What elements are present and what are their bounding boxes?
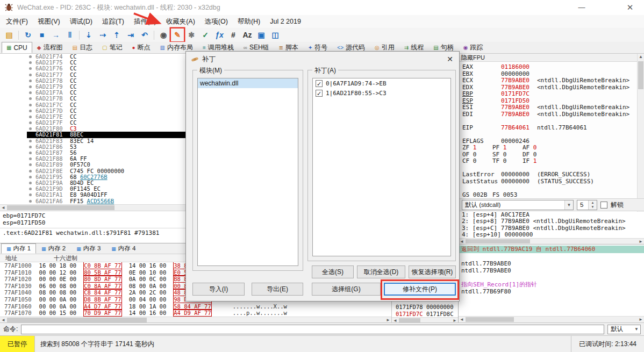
scrollbar-thumb[interactable] xyxy=(466,239,530,243)
open-file-icon[interactable]: ▤ xyxy=(3,28,16,41)
window-minimize-button[interactable]: — xyxy=(573,0,590,15)
menu-item[interactable]: 追踪(T) xyxy=(97,16,129,28)
breakpoint-dot[interactable] xyxy=(29,182,32,184)
breakpoint-dot[interactable] xyxy=(29,55,32,58)
hide-fpu-button[interactable]: 隐藏FPU xyxy=(459,54,644,62)
fx-icon[interactable]: ƒx xyxy=(213,28,226,41)
register-row[interactable]: LastStatus00000000(STATUS_SUCCESS) xyxy=(462,178,635,185)
menu-item[interactable]: 选项(O) xyxy=(200,16,233,28)
menu-item[interactable]: 视图(V) xyxy=(33,16,65,28)
checkbox-icon[interactable]: ✓ xyxy=(316,90,323,97)
register-row[interactable]: CF 0TF 0IF 1 xyxy=(462,158,635,165)
step-into-icon[interactable]: ⇣ xyxy=(82,28,95,41)
breakpoint-dot[interactable] xyxy=(29,157,32,160)
register-row[interactable]: EDI77B9ABE0<ntdll.DbgUiRemoteBreakin> xyxy=(462,111,635,118)
step-out-icon[interactable]: ⇡ xyxy=(110,28,123,41)
dump-row[interactable]: 77AF107000 00 15 0070 D9 AF 7714 00 16 0… xyxy=(0,310,391,317)
breakpoint-dot[interactable] xyxy=(29,97,32,100)
tab-trace[interactable]: ◉跟踪 xyxy=(459,42,488,53)
scroll-right-icon[interactable]: ► xyxy=(638,239,644,244)
menu-item[interactable]: 调试(D) xyxy=(65,16,97,28)
dialog-close-icon[interactable]: ✕ xyxy=(442,53,458,66)
breakpoint-dot[interactable] xyxy=(29,193,32,196)
breakpoint-dot[interactable] xyxy=(29,61,32,64)
restart-icon[interactable]: ↻ xyxy=(22,28,34,41)
trace-icon[interactable]: ◉ xyxy=(157,28,170,41)
stack-row[interactable]: 0171FD78 00000000 xyxy=(392,304,458,311)
register-row[interactable]: EBP0171FD7C xyxy=(462,91,635,98)
stack-row[interactable]: 0171FD7C 0171FD8C xyxy=(392,311,458,318)
scroll-left-icon[interactable]: ◄ xyxy=(0,205,6,211)
menu-item[interactable]: 帮助(H) xyxy=(233,16,265,28)
tab-graph[interactable]: ◆流程图 xyxy=(32,42,68,53)
module-item[interactable]: wechatwin.dll xyxy=(198,78,298,88)
arguments-hscrollbar[interactable]: ◄ ► xyxy=(459,238,644,244)
breakpoint-dot[interactable] xyxy=(29,163,32,166)
register-row[interactable]: ESI77B9ABE0<ntdll.DbgUiRemoteBreakin> xyxy=(462,104,635,111)
register-row[interactable]: ECX77B9ABE0<ntdll.DbgUiRemoteBreakin> xyxy=(462,77,635,84)
scroll-right-icon[interactable]: ► xyxy=(638,317,644,322)
breakpoint-dot[interactable] xyxy=(29,146,32,148)
breakpoint-dot[interactable] xyxy=(29,116,32,118)
select-group-button[interactable]: 选择组(G) xyxy=(312,283,381,296)
scrollbar-thumb[interactable] xyxy=(7,318,147,322)
tab-cpu[interactable]: ▦CPU xyxy=(2,42,32,53)
breakpoint-dot[interactable] xyxy=(29,74,32,76)
menu-item[interactable]: 收藏夹(A) xyxy=(161,16,200,28)
calling-convention-select[interactable]: 默认 (stdcall) ▼ xyxy=(462,200,574,210)
scroll-left-icon[interactable]: ◄ xyxy=(459,317,465,322)
breakpoint-dot[interactable] xyxy=(29,91,32,94)
breakpoint-dot[interactable] xyxy=(29,110,32,112)
memory-tab[interactable]: ▦内存 4 xyxy=(106,243,141,254)
menu-item[interactable]: Jul 2 2019 xyxy=(265,16,306,27)
scrollbar-thumb[interactable] xyxy=(7,205,115,210)
breakpoint-dot[interactable] xyxy=(29,104,32,106)
breakpoint-dot[interactable] xyxy=(29,67,32,70)
argument-row[interactable]: 4: [esp+10] 00000000 xyxy=(459,232,644,238)
breakpoint-dot[interactable] xyxy=(29,85,32,88)
tab-log[interactable]: ▤日志 xyxy=(68,42,97,53)
breakpoint-dot[interactable] xyxy=(29,121,32,124)
menu-item[interactable]: 插件(P) xyxy=(129,16,161,28)
handles-window-icon[interactable]: ◫ xyxy=(269,28,282,41)
register-row[interactable]: EIP77B64061ntdll.77B64061 xyxy=(462,125,635,132)
run-icon[interactable]: → xyxy=(49,28,62,41)
comment-icon[interactable]: ✱ xyxy=(185,28,198,41)
step-back-icon[interactable]: ↶ xyxy=(138,28,151,41)
scrollbar-thumb[interactable] xyxy=(399,318,420,322)
step-over-icon[interactable]: ⇢ xyxy=(96,28,109,41)
memory-window-icon[interactable]: ▣ xyxy=(255,28,268,41)
patch-item[interactable]: ✓1|6AD21F80:55->C3 xyxy=(313,88,450,98)
menu-item[interactable]: 文件(F) xyxy=(1,16,33,28)
window-close-button[interactable]: ✕ xyxy=(621,0,639,15)
register-row[interactable]: ZF 1PF 1AF 0 xyxy=(462,145,635,152)
register-row[interactable]: OF 0SF 0DF 0 xyxy=(462,152,635,159)
tab-breakpoints[interactable]: ●断点 xyxy=(127,42,155,53)
case-icon[interactable]: Az xyxy=(241,28,254,41)
register-row[interactable]: EAX01186000 xyxy=(462,64,635,71)
check-icon[interactable]: ✓ xyxy=(199,28,212,41)
register-row[interactable]: GS 002BFS 0053 xyxy=(462,192,635,199)
argument-count-stepper[interactable]: 5 ▲▼ xyxy=(577,200,597,210)
memory-tab[interactable]: ▦内存 3 xyxy=(71,243,106,254)
memory-tab[interactable]: ▦内存 1 xyxy=(1,243,36,254)
patch-item[interactable]: ✓0|6A7F1AD9:74->EB xyxy=(313,78,450,88)
pause-icon[interactable]: ‖ xyxy=(63,28,76,41)
export-button[interactable]: 导出(E) xyxy=(252,283,303,296)
select-all-button[interactable]: 全选(S) xyxy=(312,265,354,278)
breakpoint-dot[interactable] xyxy=(29,140,32,142)
breakpoint-dot[interactable] xyxy=(29,188,32,190)
hash-icon[interactable]: # xyxy=(227,28,240,41)
dump-row[interactable]: 77AF106000 00 0A 00A4 D7 AF 7718 00 1A 0… xyxy=(0,303,391,310)
stop-icon[interactable]: ■ xyxy=(35,28,48,41)
run-to-cursor-icon[interactable]: ⇥ xyxy=(124,28,137,41)
register-row[interactable]: EDX77B9ABE0<ntdll.DbgUiRemoteBreakin> xyxy=(462,84,635,91)
scroll-up-icon[interactable]: ▲ xyxy=(638,54,644,60)
patch-file-button[interactable]: 修补文件(P) xyxy=(384,283,456,296)
unlock-checkbox[interactable] xyxy=(600,202,607,209)
breakpoint-dot[interactable] xyxy=(29,127,32,130)
import-button[interactable]: 导入(I) xyxy=(192,283,245,296)
deselect-all-button[interactable]: 取消全选(D) xyxy=(357,265,405,278)
memory-tab[interactable]: ▦内存 2 xyxy=(36,243,71,254)
breakpoint-dot[interactable] xyxy=(29,200,32,203)
